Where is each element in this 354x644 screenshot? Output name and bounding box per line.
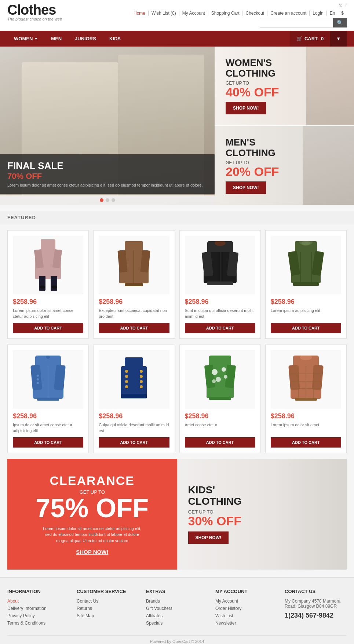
footer-link-contact[interactable]: Contact Us [77,599,139,604]
products-row-2: $258.96 Ipsum dolor sit amet conse ctetu… [0,345,354,459]
nav-women[interactable]: WOMEN ▼ [7,31,44,47]
search-button[interactable]: 🔍 [333,18,347,27]
dot-3[interactable] [112,198,115,202]
product-2-svg [117,241,150,289]
product-1-add-to-cart[interactable]: ADD TO CART [13,323,83,333]
clearance-banner: CLEARANCE GET UP TO 75% OFF Lorem ipsum … [7,459,177,570]
nav-wishlist[interactable]: Wish List (0) [149,11,179,16]
nav-create-account[interactable]: Create an account [267,11,310,16]
nav-account[interactable]: My Account [179,11,208,16]
svg-rect-60 [209,397,231,400]
cart-icon: 🛒 [296,36,302,41]
nav-cart[interactable]: Shopping Cart [208,11,243,16]
product-3-add-to-cart[interactable]: ADD TO CART [185,323,255,333]
nav-men[interactable]: MEN [44,31,68,47]
womens-pct: 40% OFF [226,86,343,98]
hero-sale-overlay: FINAL SALE 70% OFF Lorem ipsum dolor sit… [0,154,215,194]
svg-point-49 [140,385,143,388]
svg-point-6 [40,286,45,288]
product-card-2: $258.96 Excepteur sint occaecat cupidata… [93,230,175,339]
product-3-price: $258.96 [185,298,255,306]
svg-rect-41 [121,366,147,395]
product-5-desc: Ipsum dolor sit amet conse ctetur adipis… [13,422,83,434]
product-4-image [271,236,341,294]
footer-information: INFORMATION About Delivery Information P… [7,589,69,628]
cart-nav[interactable]: 🛒 CART: 0 [290,31,330,47]
footer-link-specials[interactable]: Specials [146,621,208,626]
footer-customer-service-title: CUSTOMER SERVICE [77,589,139,594]
dot-1[interactable] [100,198,103,202]
product-3-desc: Sunt in culpa qui officia deserunt molli… [185,308,255,319]
product-1-image [13,236,83,294]
svg-rect-5 [51,276,57,291]
product-4-svg [288,241,324,289]
product-2-image [99,236,169,294]
product-1-desc: Lorem ipsum dolor sit amet conse ctetur … [13,308,83,319]
nav-home[interactable]: Home [131,11,149,16]
womens-shop-btn[interactable]: SHOP NOW! [226,102,266,114]
nav-login[interactable]: Login [310,11,326,16]
clearance-title: CLEARANCE [50,474,135,488]
product-8-price: $258.96 [271,412,341,420]
footer-link-returns[interactable]: Returns [77,606,139,611]
footer-link-privacy[interactable]: Privacy Policy [7,613,69,618]
nav-juniors[interactable]: JUNIORS [68,31,103,47]
nav-checkout[interactable]: Checkout [242,11,267,16]
womens-title: WOMEN'SCLOTHING [226,58,343,78]
top-bar: Clothes The biggest choice on the web 𝕏 … [0,0,354,31]
svg-point-59 [212,379,216,383]
mens-title: MEN'SCLOTHING [226,137,343,158]
dot-2[interactable] [106,198,109,202]
footer-columns: INFORMATION About Delivery Information P… [7,589,347,628]
cart-dropdown-btn[interactable]: ▼ [330,31,347,47]
logo-title[interactable]: Clothes [7,3,62,17]
hero-main: FINAL SALE 70% OFF Lorem ipsum dolor sit… [0,47,215,205]
hero-mens-promo: MEN'SCLOTHING GET UP TO 20% OFF SHOP NOW… [215,126,354,205]
product-6-desc: Culpa qui officia deserunt mollit anim i… [99,422,169,434]
footer-link-affiliates[interactable]: Affiliates [146,613,208,618]
product-8-add-to-cart[interactable]: ADD TO CART [271,437,341,448]
footer-link-gift[interactable]: Gift Vouchers [146,606,208,611]
kids-shop-btn[interactable]: SHOP NOW! [188,531,229,544]
product-4-add-to-cart[interactable]: ADD TO CART [271,323,341,333]
search-input[interactable] [260,18,333,27]
product-8-image [271,350,341,409]
footer-my-account: MY ACCOUNT My Account Order History Wish… [215,589,277,628]
product-7-add-to-cart[interactable]: ADD TO CART [185,437,255,448]
svg-rect-12 [125,283,143,286]
clearance-pct: 75% OFF [36,495,149,521]
mens-shop-btn[interactable]: SHOP NOW! [226,181,266,194]
svg-rect-27 [293,282,319,286]
clearance-shop-btn[interactable]: SHOP NOW! [76,549,108,555]
top-nav: Home Wish List (0) My Account Shopping C… [131,11,347,16]
svg-point-46 [140,370,143,373]
footer-link-terms[interactable]: Terms & Conditions [7,621,69,626]
nav-currency[interactable]: $ [338,11,347,16]
clearance-text: Lorem ipsum dolor sit amet conse ctetur … [41,526,143,544]
footer-link-newsletter[interactable]: Newsletter [215,621,277,626]
nav-kids[interactable]: KIDS [103,31,127,47]
footer-link-my-account[interactable]: My Account [215,599,277,604]
footer-link-sitemap[interactable]: Site Map [77,613,139,618]
svg-point-43 [125,375,128,378]
footer-my-account-title: MY ACCOUNT [215,589,277,594]
product-6-add-to-cart[interactable]: ADD TO CART [99,437,169,448]
nav-lang[interactable]: En [327,11,339,16]
facebook-icon[interactable]: f [345,3,347,8]
product-5-add-to-cart[interactable]: ADD TO CART [13,437,83,448]
footer-link-delivery[interactable]: Delivery Information [7,606,69,611]
footer-link-wish-list[interactable]: Wish List [215,613,277,618]
footer-bottom: Powered by OpenCart © 2014 [7,635,347,644]
twitter-icon[interactable]: 𝕏 [339,3,342,8]
product-2-add-to-cart[interactable]: ADD TO CART [99,323,169,333]
hero-sale-text: Lorem ipsum dolor sit amet conse ctetur … [7,183,207,188]
kids-banner: KIDS'CLOTHING GET UP TO 30% OFF SHOP NOW… [177,459,347,570]
product-5-price: $258.96 [13,412,83,420]
product-card-1: $258.96 Lorem ipsum dolor sit amet conse… [7,230,89,339]
footer-link-order-history[interactable]: Order History [215,606,277,611]
footer-link-about[interactable]: About [7,599,69,604]
footer-link-brands[interactable]: Brands [146,599,208,604]
svg-point-57 [216,377,221,382]
footer-extras: EXTRAS Brands Gift Vouchers Affiliates S… [146,589,208,628]
product-card-7: $258.96 Amet conse ctetur ADD TO CART [179,345,261,453]
